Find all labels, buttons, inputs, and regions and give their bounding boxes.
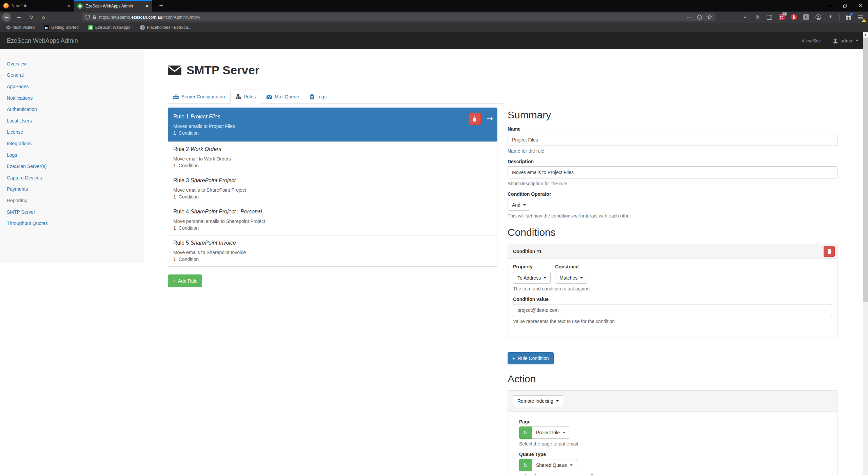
- library-icon[interactable]: [754, 14, 761, 21]
- browser-titlebar: New Tab ✕ EzeScan WebApps Admin ✕ + — ✕: [0, 0, 868, 12]
- property-dropdown[interactable]: To Address: [513, 272, 551, 284]
- condition-title: Condition #1: [513, 249, 542, 254]
- globe-icon: [140, 25, 145, 30]
- back-button[interactable]: ←: [2, 13, 11, 22]
- account-icon[interactable]: [815, 14, 822, 21]
- home-button[interactable]: ⌂: [39, 13, 48, 22]
- scrollbar-thumb[interactable]: [863, 38, 868, 302]
- name-input[interactable]: [508, 134, 837, 146]
- reload-button[interactable]: ↻: [27, 13, 36, 22]
- url-text[interactable]: https://ewademo.ezescan.com.au/ricoh/Adm…: [99, 15, 684, 20]
- bookmark-getting-started[interactable]: m Getting Started: [44, 25, 79, 30]
- sidebar-item-apppages[interactable]: AppPages: [0, 81, 144, 92]
- bookmark-most-visited[interactable]: Most Visited: [5, 25, 35, 30]
- tab-mail-queue[interactable]: Mail Queue: [261, 90, 304, 104]
- sidebar-item-capture-devices[interactable]: Capture Devices: [0, 172, 144, 184]
- condition-operator-dropdown[interactable]: And: [508, 199, 530, 211]
- sidebar-item-payments[interactable]: Payments: [0, 184, 144, 195]
- url-bar[interactable]: https://ewademo.ezescan.com.au/ricoh/Adm…: [82, 13, 715, 21]
- tab-server-configuration[interactable]: Server Configuration: [168, 90, 230, 104]
- open-rule-arrow-icon[interactable]: →: [486, 114, 493, 124]
- toolbox-icon: [173, 94, 179, 99]
- description-input[interactable]: [508, 166, 837, 178]
- sidebar-item-local-users[interactable]: Local Users: [0, 115, 144, 127]
- lock-icon[interactable]: [93, 15, 96, 20]
- new-tab-button[interactable]: +: [155, 0, 167, 12]
- shield-icon[interactable]: [85, 15, 90, 20]
- chevron-down-icon: [570, 464, 573, 466]
- tab-close-icon[interactable]: ✕: [67, 3, 71, 8]
- sidebar-item-authentication[interactable]: Authentication: [0, 103, 144, 115]
- scrollbar-up-arrow[interactable]: ▲: [863, 32, 868, 37]
- extension-badge-icon[interactable]: 15: [778, 14, 785, 21]
- page-actions-icon[interactable]: ⋯: [687, 13, 692, 22]
- downloads-icon[interactable]: [742, 14, 748, 21]
- sidebar-item-notifications[interactable]: Notifications: [0, 92, 144, 104]
- sidebar-item-logs[interactable]: Logs: [0, 149, 144, 161]
- condition-pair-help: The item and condition to act against: [513, 286, 832, 291]
- browser-tab-ezescan[interactable]: EzeScan WebApps Admin ✕: [74, 0, 152, 12]
- rule-condition-count: 1Condition: [173, 130, 492, 136]
- rule-list-item[interactable]: Rule 1 Project Files Moves emails to Pro…: [168, 108, 497, 142]
- user-menu[interactable]: admin: [833, 38, 859, 43]
- rule-detail-panel: Summary Name Name for the rule Descripti…: [508, 107, 837, 475]
- chevron-down-icon: [563, 432, 566, 433]
- constraint-dropdown[interactable]: Matches: [555, 272, 587, 284]
- condition-value-help: Value represents the text to use for the…: [513, 319, 832, 324]
- page-scrollbar[interactable]: ▲: [863, 32, 868, 475]
- add-rule-condition-button[interactable]: + Rule Condition: [508, 352, 554, 364]
- action-panel-header: Remote Indexing: [508, 391, 837, 412]
- condition-operator-group: Condition Operator And This will set how…: [508, 191, 837, 218]
- sidebar-item-ezescan-servers[interactable]: EzeScan Server(s): [0, 160, 144, 172]
- sidebar-toggle-icon[interactable]: [766, 14, 773, 21]
- refresh-pages-button[interactable]: ↻: [519, 426, 532, 439]
- delete-condition-button[interactable]: [824, 246, 835, 257]
- delete-rule-button[interactable]: [469, 113, 481, 125]
- queue-type-dropdown[interactable]: Shared Queue: [532, 459, 577, 471]
- view-site-link[interactable]: View Site: [802, 38, 821, 43]
- page-label: Page: [519, 419, 832, 424]
- mozilla-icon: m: [44, 25, 49, 30]
- gray-extension-icon[interactable]: [803, 14, 809, 21]
- forward-button[interactable]: →: [15, 13, 23, 22]
- smtp-tab-bar: Server Configuration Rules Mail Queue Lo…: [168, 90, 503, 104]
- bookmark-ezescan-webapps[interactable]: EzeScan WebApps: [88, 25, 130, 30]
- chevron-down-icon: [544, 277, 546, 279]
- pocket-icon[interactable]: [697, 15, 702, 20]
- window-close-button[interactable]: ✕: [853, 0, 868, 12]
- sidebar-item-smtp-server[interactable]: SMTP Server: [0, 206, 144, 218]
- tab-logs[interactable]: Logs: [304, 90, 332, 104]
- rule-description: Moves emails to Project Files: [173, 124, 492, 129]
- name-label: Name: [508, 126, 837, 132]
- rule-list-item[interactable]: Rule 5 SharePoint Invoice Move emails to…: [168, 235, 497, 267]
- sidebar-item-overview[interactable]: Overview: [0, 58, 144, 70]
- sidebar-item-integrations[interactable]: Integrations: [0, 138, 144, 149]
- rule-list-item[interactable]: Rule 4 SharePoint Project - Personal Mov…: [168, 204, 497, 235]
- bookmark-placeholders[interactable]: Placeholders - EzeSca...: [140, 25, 191, 30]
- block-hand-extension-icon[interactable]: [790, 14, 797, 21]
- sidebar-item-license[interactable]: License: [0, 127, 144, 138]
- menu-hamburger-icon[interactable]: [857, 14, 864, 21]
- name-help: Name for the rule: [508, 148, 837, 154]
- save-page-icon[interactable]: [827, 14, 834, 21]
- sidebar-item-throughput-quotas[interactable]: Throughput Quotas: [0, 217, 144, 229]
- page-dropdown[interactable]: Project File: [532, 426, 570, 439]
- window-restore-button[interactable]: [837, 0, 853, 12]
- add-rule-button[interactable]: + Add Rule: [168, 274, 202, 287]
- trash-icon: [472, 116, 477, 121]
- name-form-group: Name Name for the rule: [508, 126, 837, 154]
- browser-tab-newtab[interactable]: New Tab ✕: [0, 0, 74, 12]
- condition-value-input[interactable]: [513, 304, 832, 316]
- tab-close-icon[interactable]: ✕: [145, 4, 149, 9]
- whats-new-gift-icon[interactable]: [845, 14, 852, 21]
- window-minimize-button[interactable]: —: [822, 0, 837, 12]
- sidebar-item-general[interactable]: General: [0, 70, 144, 81]
- action-type-dropdown[interactable]: Remote Indexing: [513, 395, 563, 407]
- refresh-queue-types-button[interactable]: ↻: [519, 459, 532, 471]
- sitemap-icon: [236, 94, 241, 99]
- condition-panel-header: Condition #1: [508, 244, 837, 259]
- bookmark-star-icon[interactable]: [707, 15, 712, 20]
- tab-rules[interactable]: Rules: [230, 90, 261, 104]
- rule-list-item[interactable]: Rule 3 SharePoint Project Move emails to…: [168, 173, 497, 204]
- rule-list-item[interactable]: Rule 2 Work Orders Move email to Work Or…: [168, 141, 497, 173]
